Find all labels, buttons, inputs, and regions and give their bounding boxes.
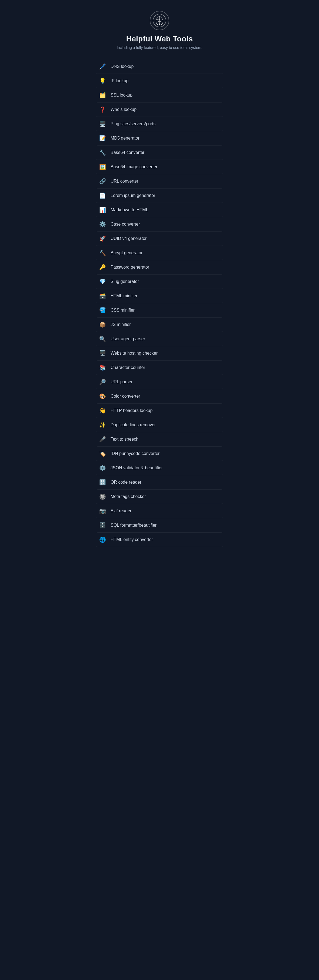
svg-point-1	[159, 14, 160, 14]
tool-icon-base64-image-converter: 🖼️	[98, 164, 107, 170]
tool-label-duplicate-lines-remover: Duplicate lines remover	[111, 423, 156, 427]
tool-item-base64-image-converter[interactable]: 🖼️Base64 image converter	[96, 160, 223, 174]
tool-icon-exif-reader: 📷	[98, 508, 107, 514]
tool-item-idn-punnycode-converter[interactable]: 🏷️IDN punnycode converter	[96, 447, 223, 461]
tool-label-uuid-v4-generator: UUID v4 generator	[111, 236, 146, 241]
tool-label-html-minifier: HTML minifier	[111, 293, 137, 298]
tool-label-bcrypt-generator: Bcrypt generator	[111, 250, 143, 255]
tool-label-html-entity-converter: HTML entity converter	[111, 537, 153, 542]
tool-item-sql-formatter-beautifier[interactable]: 🗄️SQL formatter/beautifier	[96, 518, 223, 533]
tool-item-lorem-ipsum-generator[interactable]: 📄Lorem ipsum generator	[96, 189, 223, 203]
tool-label-css-minifier: CSS minifier	[111, 308, 135, 313]
tool-item-ping[interactable]: 🖥️Ping sites/servers/ports	[96, 117, 223, 131]
tool-label-slug-generator: Slug generator	[111, 279, 139, 284]
tool-label-json-validator-beautifier: JSON validator & beautifier	[111, 466, 163, 470]
tool-icon-url-parser: 🔎	[98, 379, 107, 385]
tool-item-case-converter[interactable]: ⚙️Case converter	[96, 217, 223, 232]
tool-icon-bcrypt-generator: 🔨	[98, 250, 107, 256]
tool-label-base64-image-converter: Base64 image converter	[111, 164, 157, 169]
tool-icon-idn-punnycode-converter: 🏷️	[98, 450, 107, 457]
tool-label-js-minifier: JS minifier	[111, 322, 131, 327]
svg-point-6	[164, 16, 164, 16]
tool-item-website-hosting-checker[interactable]: 🖥️Website hosting checker	[96, 346, 223, 361]
tool-item-json-validator-beautifier[interactable]: ⚙️JSON validator & beautifier	[96, 461, 223, 475]
tool-item-password-generator[interactable]: 🔑Password generator	[96, 260, 223, 275]
tool-item-html-entity-converter[interactable]: 🌐HTML entity converter	[96, 533, 223, 547]
tool-label-lorem-ipsum-generator: Lorem ipsum generator	[111, 193, 155, 198]
tool-label-http-headers-lookup: HTTP headers lookup	[111, 408, 152, 413]
tool-item-slug-generator[interactable]: 💎Slug generator	[96, 275, 223, 289]
tool-icon-text-to-speech: 🎤	[98, 436, 107, 442]
tool-label-qr-code-reader: QR code reader	[111, 480, 141, 485]
tool-item-html-minifier[interactable]: 🗃️HTML minifier	[96, 289, 223, 303]
tool-icon-website-hosting-checker: 🖥️	[98, 350, 107, 356]
tool-label-ip-lookup: IP lookup	[111, 78, 129, 83]
svg-point-3	[153, 20, 153, 21]
tool-item-qr-code-reader[interactable]: 🔢QR code reader	[96, 475, 223, 490]
tool-item-markdown-to-html[interactable]: 📊Markdown to HTML	[96, 203, 223, 217]
tool-icon-user-agent-parser: 🔍	[98, 336, 107, 342]
tool-icon-http-headers-lookup: 👋	[98, 407, 107, 414]
logo-icon	[152, 14, 167, 28]
tool-item-js-minifier[interactable]: 📦JS minifier	[96, 318, 223, 332]
tool-label-whois-lookup: Whois lookup	[111, 107, 136, 112]
tool-icon-password-generator: 🔑	[98, 264, 107, 270]
tool-icon-uuid-v4-generator: 🚀	[98, 235, 107, 242]
tool-icon-md5-generator: 📝	[98, 135, 107, 142]
tool-icon-js-minifier: 📦	[98, 321, 107, 328]
tool-item-ip-lookup[interactable]: 💡IP lookup	[96, 74, 223, 88]
svg-point-5	[155, 16, 156, 16]
tool-item-ssl-lookup[interactable]: 🗂️SSL lookup	[96, 88, 223, 102]
tool-item-character-counter[interactable]: 📚Character counter	[96, 361, 223, 375]
tool-label-meta-tags-checker: Meta tags checker	[111, 494, 146, 499]
tool-label-ping: Ping sites/servers/ports	[111, 121, 156, 126]
tool-label-character-counter: Character counter	[111, 365, 145, 370]
tool-item-text-to-speech[interactable]: 🎤Text to speech	[96, 432, 223, 447]
tool-item-whois-lookup[interactable]: ❓Whois lookup	[96, 102, 223, 117]
tool-icon-json-validator-beautifier: ⚙️	[98, 465, 107, 471]
svg-point-8	[164, 25, 164, 25]
tool-item-meta-tags-checker[interactable]: 🔘Meta tags checker	[96, 490, 223, 504]
page-title: Helpful Web Tools	[126, 35, 193, 43]
tool-icon-duplicate-lines-remover: ✨	[98, 422, 107, 428]
tool-icon-ip-lookup: 💡	[98, 78, 107, 84]
tool-item-css-minifier[interactable]: 🪣CSS minifier	[96, 303, 223, 318]
tool-icon-lorem-ipsum-generator: 📄	[98, 192, 107, 199]
tool-label-sql-formatter-beautifier: SQL formatter/beautifier	[111, 523, 157, 528]
tool-item-duplicate-lines-remover[interactable]: ✨Duplicate lines remover	[96, 418, 223, 432]
tool-item-http-headers-lookup[interactable]: 👋HTTP headers lookup	[96, 404, 223, 418]
tool-item-dns-lookup[interactable]: 🖊️DNS lookup	[96, 59, 223, 74]
tool-label-url-converter: URL converter	[111, 179, 138, 184]
tool-label-markdown-to-html: Markdown to HTML	[111, 207, 148, 212]
tool-label-ssl-lookup: SSL lookup	[111, 93, 132, 98]
tool-label-url-parser: URL parser	[111, 380, 132, 384]
tool-label-text-to-speech: Text to speech	[111, 437, 138, 442]
tool-item-user-agent-parser[interactable]: 🔍User agent parser	[96, 332, 223, 346]
tool-label-case-converter: Case converter	[111, 222, 140, 227]
tool-item-exif-reader[interactable]: 📷Exif reader	[96, 504, 223, 518]
tool-icon-html-entity-converter: 🌐	[98, 536, 107, 543]
tool-icon-qr-code-reader: 🔢	[98, 479, 107, 485]
tool-label-color-converter: Color converter	[111, 394, 140, 399]
tool-item-md5-generator[interactable]: 📝MD5 generator	[96, 131, 223, 146]
tool-icon-ssl-lookup: 🗂️	[98, 92, 107, 99]
tool-label-exif-reader: Exif reader	[111, 509, 132, 514]
tool-icon-base64-converter: 🔧	[98, 149, 107, 156]
tool-icon-character-counter: 📚	[98, 364, 107, 371]
tool-item-url-parser[interactable]: 🔎URL parser	[96, 375, 223, 389]
tool-item-uuid-v4-generator[interactable]: 🚀UUID v4 generator	[96, 232, 223, 246]
tool-label-website-hosting-checker: Website hosting checker	[111, 351, 158, 356]
tool-item-base64-converter[interactable]: 🔧Base64 converter	[96, 146, 223, 160]
tool-icon-url-converter: 🔗	[98, 178, 107, 185]
tool-label-md5-generator: MD5 generator	[111, 136, 140, 141]
tool-icon-markdown-to-html: 📊	[98, 207, 107, 213]
svg-point-2	[159, 27, 160, 27]
tool-item-url-converter[interactable]: 🔗URL converter	[96, 174, 223, 189]
tool-item-bcrypt-generator[interactable]: 🔨Bcrypt generator	[96, 246, 223, 260]
tool-icon-dns-lookup: 🖊️	[98, 63, 107, 70]
tool-icon-css-minifier: 🪣	[98, 307, 107, 313]
tool-item-color-converter[interactable]: 🎨Color converter	[96, 389, 223, 404]
tool-icon-slug-generator: 💎	[98, 278, 107, 285]
tool-icon-html-minifier: 🗃️	[98, 293, 107, 299]
tool-icon-ping: 🖥️	[98, 121, 107, 127]
